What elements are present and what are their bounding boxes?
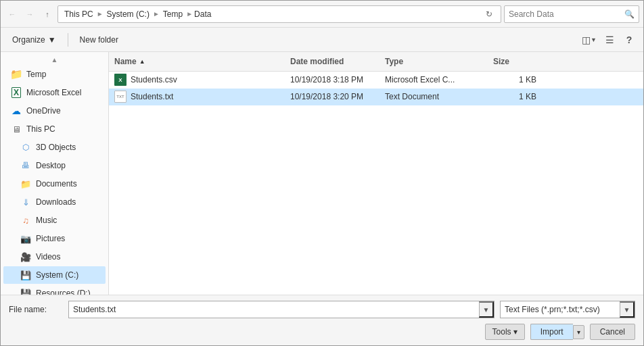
organize-arrow-icon: ▼: [48, 35, 56, 45]
file-type-cell: Microsoft Excel C...: [380, 75, 488, 84]
sidebar-item-music[interactable]: ♫ Music: [3, 212, 106, 229]
column-name-label: Name: [114, 57, 137, 66]
search-box[interactable]: 🔍: [504, 5, 639, 23]
videos-icon: 🎥: [20, 251, 32, 263]
view-arrow-icon: ▼: [591, 36, 597, 43]
breadcrumb-temp[interactable]: Temp: [161, 9, 185, 20]
sidebar-label-excel: Microsoft Excel: [26, 88, 81, 97]
tools-label: Tools: [492, 327, 511, 337]
breadcrumb-sep-3: ►: [186, 10, 193, 18]
column-header-name[interactable]: Name ▲: [109, 55, 285, 68]
file-list: X Students.csv 10/19/2018 3:18 PM Micros…: [109, 72, 643, 295]
file-name-cell: TXT Students.txt: [109, 91, 285, 103]
sidebar-item-documents[interactable]: 📁 Documents: [3, 175, 106, 193]
view-toggle-button[interactable]: ◫ ▼: [580, 31, 599, 49]
file-area: Name ▲ Date modified Type Size X: [109, 52, 643, 295]
filetype-container: ▼: [500, 301, 635, 318]
breadcrumb-systemc[interactable]: System (C:): [105, 9, 152, 20]
desktop-icon: 🖶: [20, 159, 32, 172]
sidebar-label-temp: Temp: [26, 70, 46, 79]
organize-button[interactable]: Organize ▼: [6, 32, 62, 47]
sidebar-item-systemc[interactable]: 💾 System (C:): [3, 266, 106, 284]
downloads-icon: ⇓: [20, 196, 32, 208]
excel-icon: X: [10, 86, 22, 99]
sidebar-label-documents: Documents: [36, 179, 77, 189]
preview-pane-button[interactable]: ☰: [600, 31, 619, 49]
view-grid-icon: ◫: [582, 34, 591, 45]
refresh-button[interactable]: ↻: [482, 7, 497, 22]
file-name-label: Students.txt: [131, 92, 173, 101]
help-button[interactable]: ?: [620, 31, 638, 49]
organize-label: Organize: [12, 35, 45, 45]
sidebar-label-onedrive: OneDrive: [26, 106, 61, 116]
sidebar-item-thispc[interactable]: 🖥 This PC: [3, 120, 106, 138]
drive-c-icon: 💾: [20, 269, 32, 281]
file-modified-cell: 10/19/2018 3:20 PM: [285, 92, 380, 101]
folder-icon: 📁: [10, 68, 22, 80]
filename-label: File name:: [9, 305, 63, 314]
sidebar-item-excel[interactable]: X Microsoft Excel: [3, 84, 106, 101]
pictures-icon: 📷: [20, 232, 32, 245]
sidebar-item-onedrive[interactable]: ☁ OneDrive: [3, 102, 106, 120]
toolbar: Organize ▼ New folder ◫ ▼ ☰ ?: [1, 28, 643, 52]
address-bar[interactable]: This PC ► System (C:) ► Temp ► Data ↻: [58, 5, 501, 23]
forward-button[interactable]: →: [22, 7, 37, 22]
breadcrumb-data: Data: [194, 9, 211, 19]
column-header-modified[interactable]: Date modified: [285, 55, 380, 68]
file-modified-cell: 10/19/2018 3:18 PM: [285, 75, 380, 84]
sidebar-item-temp[interactable]: 📁 Temp: [3, 66, 106, 83]
back-button[interactable]: ←: [5, 7, 20, 22]
preview-icon: ☰: [605, 34, 614, 45]
import-button[interactable]: Import: [530, 324, 573, 340]
cancel-button[interactable]: Cancel: [590, 324, 635, 340]
filename-dropdown-button[interactable]: ▼: [479, 301, 494, 318]
sidebar-item-downloads[interactable]: ⇓ Downloads: [3, 193, 106, 211]
column-header-type[interactable]: Type: [380, 55, 488, 68]
filename-input[interactable]: [69, 303, 479, 316]
sidebar-item-3dobjects[interactable]: ⬡ 3D Objects: [3, 139, 106, 156]
filetype-dropdown-button[interactable]: ▼: [620, 301, 635, 318]
file-type-cell: Text Document: [380, 92, 488, 101]
sidebar-label-systemc: System (C:): [36, 270, 78, 280]
sidebar-label-music: Music: [36, 216, 57, 225]
view-buttons: ◫ ▼ ☰ ?: [580, 31, 638, 49]
sidebar-item-videos[interactable]: 🎥 Videos: [3, 248, 106, 266]
search-icon: 🔍: [624, 9, 635, 19]
tools-button[interactable]: Tools ▾: [485, 324, 525, 340]
music-icon: ♫: [20, 214, 32, 226]
sidebar-scroll-up[interactable]: ▲: [1, 55, 108, 65]
search-input[interactable]: [509, 9, 622, 19]
drive-d-icon: 💾: [20, 287, 32, 295]
new-folder-button[interactable]: New folder: [74, 32, 124, 47]
main-area: ▲ 📁 Temp X Microsoft Excel ☁ One: [1, 52, 643, 295]
csv-file-icon: X: [114, 74, 127, 86]
address-bar-container: ← → ↑ This PC ► System (C:) ► Temp ► Dat…: [1, 1, 643, 28]
breadcrumb-thispc[interactable]: This PC: [62, 9, 95, 20]
onedrive-icon: ☁: [10, 105, 22, 117]
import-dropdown-button[interactable]: ▾: [573, 325, 584, 339]
sort-arrow-icon: ▲: [139, 58, 145, 65]
sidebar-label-desktop: Desktop: [36, 161, 66, 170]
import-button-container: Import ▾: [530, 324, 584, 340]
sidebar-label-downloads: Downloads: [36, 197, 76, 207]
sidebar-label-resourcesd: Resources (D:): [36, 289, 91, 295]
up-button[interactable]: ↑: [40, 7, 55, 22]
table-row[interactable]: TXT Students.txt 10/19/2018 3:20 PM Text…: [109, 89, 643, 105]
filename-row: File name: ▼ ▼: [9, 301, 635, 318]
txt-file-icon: TXT: [114, 91, 127, 103]
sidebar-label-3dobjects: 3D Objects: [36, 143, 76, 152]
column-size-label: Size: [493, 57, 509, 66]
sidebar: ▲ 📁 Temp X Microsoft Excel ☁ One: [1, 52, 109, 295]
table-row[interactable]: X Students.csv 10/19/2018 3:18 PM Micros…: [109, 72, 643, 89]
column-header-size[interactable]: Size: [488, 55, 542, 68]
sidebar-item-resourcesd[interactable]: 💾 Resources (D:): [3, 285, 106, 295]
tools-arrow-icon: ▾: [513, 327, 518, 337]
new-folder-label: New folder: [80, 35, 118, 45]
file-size-cell: 1 KB: [488, 92, 542, 101]
sidebar-item-desktop[interactable]: 🖶 Desktop: [3, 157, 106, 174]
file-name-cell: X Students.csv: [109, 74, 285, 86]
sidebar-item-pictures[interactable]: 📷 Pictures: [3, 230, 106, 247]
documents-icon: 📁: [20, 178, 32, 190]
sidebar-label-videos: Videos: [36, 252, 60, 262]
filetype-input[interactable]: [501, 303, 620, 316]
